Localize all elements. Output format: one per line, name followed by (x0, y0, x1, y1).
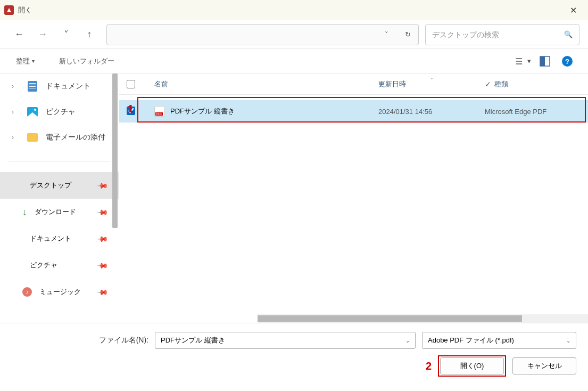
column-type[interactable]: ✓ 種類 (485, 79, 581, 89)
search-box[interactable]: 🔍 (425, 24, 579, 45)
header-checkbox[interactable] (127, 80, 154, 88)
svg-text:?: ? (565, 58, 569, 66)
column-name[interactable]: 名前 (154, 79, 378, 89)
main-area: › ドキュメント › ピクチャ › 電子メールの添付 デスクトップ 📌 ↓ ダウ… (0, 74, 588, 323)
qa-label: デスクトップ (30, 181, 71, 190)
address-bar[interactable]: ˅ ↻ (106, 24, 419, 45)
pin-icon: 📌 (96, 206, 109, 218)
expand-icon: › (12, 83, 19, 90)
search-icon: 🔍 (564, 30, 573, 38)
chevron-down-icon: ▾ (527, 57, 531, 65)
download-icon: ↓ (22, 207, 27, 218)
check-icon: ✓ (485, 80, 491, 88)
sort-chevron-icon: ˅ (430, 77, 433, 83)
back-button[interactable]: ← (9, 24, 30, 45)
window-title: 開く (18, 5, 32, 15)
tree-item-email[interactable]: › 電子メールの添付 (0, 125, 119, 150)
nav-row: ← → ˅ ↑ ˅ ↻ 🔍 (0, 20, 588, 49)
filename-value: PDFサンプル 縦書き (161, 336, 225, 345)
help-button[interactable]: ? (558, 52, 576, 70)
music-icon: ♪ (22, 287, 32, 297)
horizontal-scrollbar[interactable] (258, 314, 588, 323)
filetype-combobox[interactable]: Adobe PDF ファイル (*.pdf) ⌄ (422, 332, 576, 349)
forward-button[interactable]: → (32, 24, 53, 45)
preview-pane-button[interactable] (536, 52, 554, 70)
tree-label: 電子メールの添付 (46, 133, 105, 142)
pdf-icon (154, 106, 165, 117)
search-input[interactable] (432, 30, 564, 39)
open-button[interactable]: 開く(O) (440, 357, 504, 374)
folder-icon (27, 132, 38, 143)
file-list: 名前 ˅ 更新日時 ✓ 種類 PDFサンプル 縦書き 2024/01/31 14… (119, 74, 588, 323)
column-date[interactable]: ˅ 更新日時 (378, 79, 485, 89)
document-icon (27, 80, 38, 92)
file-date: 2024/01/31 14:56 (378, 108, 485, 116)
close-button[interactable]: ✕ (562, 0, 584, 20)
app-icon (4, 5, 14, 15)
file-type: Microsoft Edge PDF (485, 108, 581, 116)
file-name: PDFサンプル 縦書き (170, 107, 235, 116)
qa-label: ミュージック (39, 287, 81, 297)
quickaccess-downloads[interactable]: ↓ ダウンロード 📌 (0, 199, 119, 225)
button-row: 2 開く(O) キャンセル (12, 357, 576, 374)
annotation-number: 1 (128, 103, 134, 115)
refresh-button[interactable]: ↻ (397, 25, 418, 45)
organize-label: 整理 (16, 56, 30, 66)
organize-button[interactable]: 整理 ▾ (12, 53, 39, 70)
titlebar: 開く ✕ (0, 0, 588, 20)
toolbar: 整理 ▾ 新しいフォルダー ▾ ? (0, 49, 588, 74)
filename-label: ファイル名(N): (99, 336, 148, 345)
filename-row: ファイル名(N): PDFサンプル 縦書き ⌄ Adobe PDF ファイル (… (12, 332, 576, 349)
filename-combobox[interactable]: PDFサンプル 縦書き ⌄ (155, 332, 416, 349)
qa-label: ピクチャ (30, 260, 57, 270)
expand-icon: › (12, 134, 19, 141)
tree-label: ピクチャ (46, 107, 76, 117)
sidebar: › ドキュメント › ピクチャ › 電子メールの添付 デスクトップ 📌 ↓ ダウ… (0, 74, 119, 323)
pin-icon: 📌 (96, 232, 109, 245)
bottom-panel: ファイル名(N): PDFサンプル 縦書き ⌄ Adobe PDF ファイル (… (0, 323, 588, 391)
view-menu-button[interactable]: ▾ (514, 52, 532, 70)
quickaccess-pictures[interactable]: ピクチャ 📌 (0, 252, 119, 279)
sidebar-scrollbar[interactable] (111, 74, 119, 323)
chevron-down-icon: ▾ (32, 58, 35, 64)
file-row[interactable]: PDFサンプル 縦書き 2024/01/31 14:56 Microsoft E… (119, 100, 588, 123)
chevron-down-icon: ⌄ (566, 338, 570, 344)
svg-rect-1 (540, 56, 545, 66)
new-folder-label: 新しいフォルダー (59, 56, 114, 66)
quickaccess-desktop[interactable]: デスクトップ 📌 (0, 172, 119, 199)
up-button[interactable]: ↑ (79, 24, 100, 45)
tree-label: ドキュメント (46, 82, 90, 91)
tree-item-pictures[interactable]: › ピクチャ (0, 99, 119, 125)
list-header: 名前 ˅ 更新日時 ✓ 種類 (119, 74, 588, 95)
pin-icon: 📌 (96, 286, 109, 298)
quickaccess-music[interactable]: ♪ ミュージック 📌 (0, 279, 119, 305)
new-folder-button[interactable]: 新しいフォルダー (55, 53, 119, 70)
filetype-value: Adobe PDF ファイル (*.pdf) (428, 336, 514, 345)
qa-label: ドキュメント (30, 234, 71, 243)
pin-icon: 📌 (96, 179, 109, 191)
chevron-down-icon: ⌄ (405, 338, 410, 344)
pin-icon: 📌 (96, 259, 109, 271)
cancel-button[interactable]: キャンセル (512, 357, 576, 374)
address-dropdown-icon[interactable]: ˅ (376, 25, 397, 45)
qa-label: ダウンロード (35, 207, 76, 217)
recent-locations-button[interactable]: ˅ (55, 24, 77, 45)
quickaccess-documents[interactable]: ドキュメント 📌 (0, 225, 119, 252)
tree-item-documents[interactable]: › ドキュメント (0, 74, 119, 99)
annotation-number: 2 (426, 360, 432, 372)
picture-icon (27, 106, 38, 118)
expand-icon: › (12, 108, 19, 116)
